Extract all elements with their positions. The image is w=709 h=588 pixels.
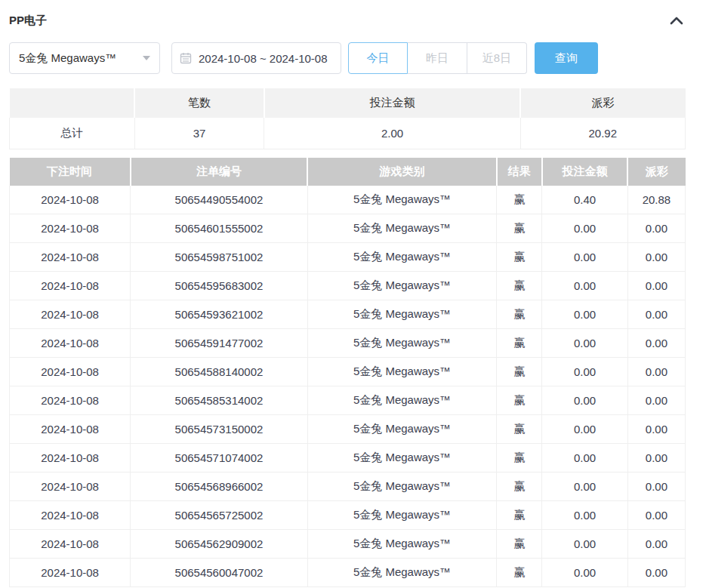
total-label: 总计	[10, 118, 135, 149]
cell-payout: 20.88	[627, 186, 685, 214]
date-range-value: 2024-10-08 ~ 2024-10-08	[199, 52, 328, 65]
yesterday-button[interactable]: 昨日	[408, 42, 467, 74]
cell-payout: 0.00	[627, 214, 685, 243]
header-result: 结果	[497, 158, 542, 186]
cell-result: 赢	[497, 559, 542, 587]
cell-bet-id: 50654560047002	[131, 559, 307, 587]
cell-result: 赢	[497, 300, 542, 329]
cell-result: 赢	[497, 444, 542, 473]
cell-bet-amount: 0.00	[542, 530, 628, 559]
cell-payout: 0.00	[627, 272, 685, 300]
cell-bet-amount: 0.40	[542, 186, 628, 214]
cell-result: 赢	[497, 329, 542, 358]
cell-bet-amount: 0.00	[542, 358, 628, 386]
cell-bet-amount: 0.00	[542, 473, 628, 501]
cell-payout: 0.00	[627, 501, 685, 530]
cell-bet-amount: 0.00	[542, 501, 628, 530]
cell-bet-id: 50654565725002	[131, 501, 307, 530]
cell-result: 赢	[497, 358, 542, 386]
cell-game: 5金兔 Megaways™	[307, 501, 497, 530]
cell-game: 5金兔 Megaways™	[307, 186, 497, 214]
cell-bet-id: 50654585314002	[131, 386, 307, 415]
cell-date: 2024-10-08	[10, 530, 131, 559]
summary-header-row: 笔数 投注金额 派彩	[10, 88, 686, 118]
cell-game: 5金兔 Megaways™	[307, 473, 497, 501]
cell-date: 2024-10-08	[10, 559, 131, 587]
header-bet-id: 注单编号	[131, 158, 307, 186]
collapse-panel-button[interactable]	[667, 14, 686, 27]
cell-bet-amount: 0.00	[542, 272, 628, 300]
bets-table: 下注时间 注单编号 游戏类别 结果 投注金额 派彩 2024-10-085065…	[9, 158, 686, 588]
quick-date-button-group: 今日 昨日 近8日	[348, 42, 527, 74]
cell-game: 5金兔 Megaways™	[307, 415, 497, 444]
cell-payout: 0.00	[627, 415, 685, 444]
header-bet-time: 下注时间	[10, 158, 131, 186]
cell-bet-id: 50654573150002	[131, 415, 307, 444]
cell-bet-amount: 0.00	[542, 415, 628, 444]
today-button[interactable]: 今日	[348, 42, 408, 74]
cell-date: 2024-10-08	[10, 186, 131, 214]
table-row: 2024-10-08506545936210025金兔 Megaways™赢0.…	[10, 300, 686, 329]
table-row: 2024-10-08506545881400025金兔 Megaways™赢0.…	[10, 358, 686, 386]
caret-down-icon	[143, 56, 150, 60]
game-select[interactable]: 5金兔 Megaways™	[9, 42, 160, 74]
cell-result: 赢	[497, 214, 542, 243]
cell-game: 5金兔 Megaways™	[307, 530, 497, 559]
cell-date: 2024-10-08	[10, 358, 131, 386]
cell-bet-id: 50654562909002	[131, 530, 307, 559]
table-row: 2024-10-08506545710740025金兔 Megaways™赢0.…	[10, 444, 686, 473]
table-row: 2024-10-08506545853140025金兔 Megaways™赢0.…	[10, 386, 686, 415]
date-range-input[interactable]: 2024-10-08 ~ 2024-10-08	[171, 42, 341, 74]
cell-result: 赢	[497, 243, 542, 272]
cell-payout: 0.00	[627, 243, 685, 272]
cell-result: 赢	[497, 473, 542, 501]
cell-payout: 0.00	[627, 559, 685, 587]
table-row: 2024-10-08506545956830025金兔 Megaways™赢0.…	[10, 272, 686, 300]
cell-date: 2024-10-08	[10, 501, 131, 530]
cell-game: 5金兔 Megaways™	[307, 272, 497, 300]
total-count: 37	[134, 118, 264, 149]
header-bet-amount: 投注金额	[542, 158, 628, 186]
cell-payout: 0.00	[627, 386, 685, 415]
cell-bet-amount: 0.00	[542, 386, 628, 415]
page-title: PP电子	[9, 14, 47, 28]
summary-header-count: 笔数	[134, 88, 264, 118]
cell-payout: 0.00	[627, 300, 685, 329]
table-row: 2024-10-08506545657250025金兔 Megaways™赢0.…	[10, 501, 686, 530]
query-button[interactable]: 查询	[535, 42, 598, 74]
cell-payout: 0.00	[627, 329, 685, 358]
filter-controls: 5金兔 Megaways™ 2024-10-08 ~ 2024-10-08 今日…	[9, 42, 686, 74]
cell-payout: 0.00	[627, 358, 685, 386]
total-bet-amount: 2.00	[264, 118, 520, 149]
cell-result: 赢	[497, 530, 542, 559]
cell-bet-amount: 0.00	[542, 444, 628, 473]
cell-bet-id: 50654593621002	[131, 300, 307, 329]
cell-bet-id: 50654588140002	[131, 358, 307, 386]
cell-bet-id: 50654571074002	[131, 444, 307, 473]
cell-result: 赢	[497, 501, 542, 530]
bets-table-body: 2024-10-08506544905540025金兔 Megaways™赢0.…	[10, 186, 686, 587]
cell-result: 赢	[497, 415, 542, 444]
cell-payout: 0.00	[627, 444, 685, 473]
cell-bet-id: 50654568966002	[131, 473, 307, 501]
summary-header-payout: 派彩	[520, 88, 685, 118]
cell-bet-amount: 0.00	[542, 329, 628, 358]
cell-bet-id: 50654601555002	[131, 214, 307, 243]
table-row: 2024-10-08506545987510025金兔 Megaways™赢0.…	[10, 243, 686, 272]
table-row: 2024-10-08506544905540025金兔 Megaways™赢0.…	[10, 186, 686, 214]
cell-bet-id: 50654595683002	[131, 272, 307, 300]
last-8-days-button[interactable]: 近8日	[467, 42, 527, 74]
cell-game: 5金兔 Megaways™	[307, 329, 497, 358]
cell-game: 5金兔 Megaways™	[307, 243, 497, 272]
table-row: 2024-10-08506545629090025金兔 Megaways™赢0.…	[10, 530, 686, 559]
cell-date: 2024-10-08	[10, 329, 131, 358]
cell-date: 2024-10-08	[10, 272, 131, 300]
cell-game: 5金兔 Megaways™	[307, 300, 497, 329]
pp-games-panel: PP电子 5金兔 Megaways™	[0, 0, 709, 587]
cell-game: 5金兔 Megaways™	[307, 444, 497, 473]
cell-date: 2024-10-08	[10, 243, 131, 272]
cell-bet-id: 50654591477002	[131, 329, 307, 358]
cell-payout: 0.00	[627, 530, 685, 559]
cell-date: 2024-10-08	[10, 214, 131, 243]
panel-header: PP电子	[9, 11, 686, 30]
